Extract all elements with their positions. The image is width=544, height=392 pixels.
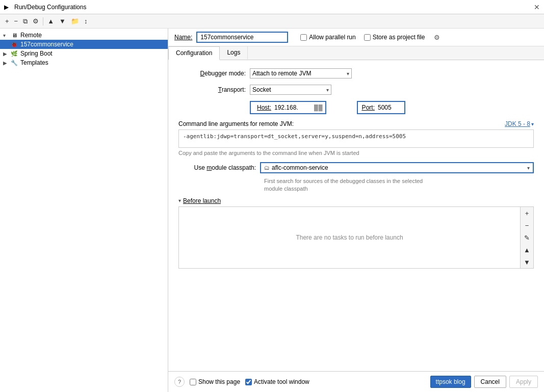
title-bar: ▶ Run/Debug Configurations ✕ — [0, 0, 544, 14]
spring-icon: 🌿 — [10, 50, 18, 57]
name-label: Name: — [174, 34, 192, 41]
debugger-mode-control: Attach to remote JVM ▾ — [250, 68, 352, 79]
host-label: Host: — [253, 104, 273, 111]
before-launch-header: ▾ Before launch — [178, 197, 534, 204]
dropdown-arrow-debugger: ▾ — [347, 71, 349, 76]
transport-dropdown[interactable]: Socket ▾ — [250, 85, 331, 95]
config-content: Debugger mode: Attach to remote JVM ▾ Tr… — [168, 60, 544, 371]
activate-tool-window-checkbox[interactable] — [245, 379, 252, 385]
module-classpath-label: Use module classpath: — [178, 164, 260, 171]
settings-config-button[interactable]: ⚙ — [31, 16, 41, 26]
right-panel: Name: Allow parallel run Store as projec… — [168, 29, 544, 392]
app-icon: ▶ — [4, 4, 11, 11]
host-input[interactable] — [273, 103, 314, 112]
module-classpath-dropdown[interactable]: 🗂 aflc-common-service ▾ — [260, 162, 534, 173]
computer-icon: 🖥 — [10, 32, 18, 39]
tree-arrow-spring: ▶ — [3, 51, 10, 57]
tabs: Configuration Logs — [168, 46, 544, 60]
help-button[interactable]: ? — [174, 377, 185, 387]
tree-item-remote[interactable]: ▾ 🖥 Remote — [0, 31, 168, 40]
name-input[interactable] — [196, 32, 288, 43]
tree-arrow-remote: ▾ — [3, 33, 10, 38]
jdk-label[interactable]: JDK 5 - 8 — [505, 120, 530, 127]
before-launch-add-button[interactable]: + — [522, 208, 533, 219]
remove-config-button[interactable]: − — [12, 16, 20, 26]
toolbar: + − ⧉ ⚙ ▲ ▼ 📁 ↕ — [0, 14, 544, 29]
module-icon: 🗂 — [264, 165, 270, 171]
tree-arrow-templates: ▶ — [3, 60, 10, 66]
close-icon[interactable]: ✕ — [534, 3, 540, 11]
show-page-checkbox[interactable] — [190, 379, 196, 385]
tab-configuration[interactable]: Configuration — [168, 46, 220, 60]
before-launch-empty: There are no tasks to run before launch — [179, 207, 520, 268]
before-launch-up-button[interactable]: ▲ — [522, 245, 533, 256]
arrow-up-button[interactable]: ▲ — [45, 16, 56, 26]
name-bar: Name: Allow parallel run Store as projec… — [168, 29, 544, 46]
bottom-left: ? Show this page Activate tool window — [174, 377, 309, 387]
before-launch-section: ▾ Before launch There are no tasks to ru… — [178, 197, 534, 269]
cmd-label: Command line arguments for remote JVM: — [178, 120, 294, 127]
store-project-checkbox[interactable] — [364, 34, 371, 41]
module-classpath-row: Use module classpath: 🗂 aflc-common-serv… — [178, 162, 534, 173]
tab-logs[interactable]: Logs — [220, 46, 248, 60]
sort-button[interactable]: ↕ — [82, 16, 90, 26]
before-launch-arrow-icon[interactable]: ▾ — [178, 198, 181, 203]
ok-button[interactable]: ttpsok blog — [430, 376, 471, 388]
bottom-right: ttpsok blog Cancel Apply — [430, 376, 538, 388]
tree-item-157commonservice[interactable]: 🐞 157commonservice — [0, 40, 168, 49]
host-port-row: Host: ██ Port: — [178, 101, 534, 114]
jdk-arrow-icon[interactable]: ▾ — [531, 121, 534, 127]
apply-button[interactable]: Apply — [509, 376, 538, 388]
tree-label-157: 157commonservice — [20, 41, 73, 48]
before-launch-panel: There are no tasks to run before launch … — [178, 206, 534, 269]
tree-label-remote: Remote — [20, 32, 42, 39]
add-config-button[interactable]: + — [3, 16, 11, 26]
before-launch-sidebar: + − ✎ ▲ ▼ — [520, 207, 533, 268]
cmd-hint: Copy and paste the arguments to the comm… — [178, 150, 534, 156]
debugger-mode-dropdown[interactable]: Attach to remote JVM ▾ — [250, 68, 352, 79]
before-launch-label: Before launch — [183, 197, 221, 204]
bottom-bar: ? Show this page Activate tool window tt… — [168, 371, 544, 392]
host-section: Host: ██ — [250, 101, 326, 114]
host-mask: ██ — [314, 104, 323, 111]
tree-item-springboot[interactable]: ▶ 🌿 Spring Boot — [0, 49, 168, 58]
title-bar-left: ▶ Run/Debug Configurations — [4, 4, 86, 11]
tree-item-templates[interactable]: ▶ 🔧 Templates — [0, 58, 168, 67]
allow-parallel-checkbox[interactable] — [300, 34, 307, 41]
debugger-mode-label: Debugger mode: — [178, 70, 250, 77]
cancel-button[interactable]: Cancel — [474, 376, 506, 388]
main-layout: ▾ 🖥 Remote 🐞 157commonservice ▶ 🌿 Spring… — [0, 29, 544, 392]
dropdown-arrow-transport: ▾ — [326, 87, 329, 93]
title-text: Run/Debug Configurations — [14, 4, 86, 11]
activate-tool-window-check[interactable]: Activate tool window — [245, 378, 309, 385]
arrow-down-button[interactable]: ▼ — [57, 16, 68, 26]
copy-config-button[interactable]: ⧉ — [21, 16, 30, 27]
wrench-icon: 🔧 — [10, 59, 18, 66]
allow-parallel-label[interactable]: Allow parallel run — [300, 34, 355, 41]
tree-arrow-157 — [3, 42, 10, 47]
tree-label-spring: Spring Boot — [20, 50, 53, 57]
show-page-check[interactable]: Show this page — [190, 378, 240, 385]
before-launch-remove-button[interactable]: − — [522, 220, 533, 231]
name-options: Allow parallel run Store as project file… — [300, 34, 440, 41]
port-label: Port: — [360, 104, 377, 111]
tree-label-templates: Templates — [20, 59, 48, 66]
gear-icon[interactable]: ⚙ — [434, 34, 440, 41]
transport-control: Socket ▾ — [250, 85, 331, 95]
store-project-label[interactable]: Store as project file — [364, 34, 425, 41]
port-section: Port: — [357, 101, 405, 114]
port-input[interactable] — [377, 103, 402, 112]
cmd-header: Command line arguments for remote JVM: J… — [178, 120, 534, 127]
transport-row: Transport: Socket ▾ — [178, 85, 534, 95]
folder-button[interactable]: 📁 — [69, 16, 81, 26]
module-classpath-hint: First search for sources of the debugged… — [264, 177, 534, 193]
debugger-mode-row: Debugger mode: Attach to remote JVM ▾ — [178, 68, 534, 79]
cmd-section: Command line arguments for remote JVM: J… — [178, 120, 534, 156]
left-panel: ▾ 🖥 Remote 🐞 157commonservice ▶ 🌿 Spring… — [0, 29, 168, 392]
before-launch-edit-button[interactable]: ✎ — [522, 232, 533, 244]
module-dropdown-arrow: ▾ — [527, 165, 530, 171]
cmd-box: -agentlib:jdwp=transport=dt_socket,serve… — [178, 129, 534, 148]
toolbar-separator — [43, 17, 43, 25]
debug-icon: 🐞 — [10, 41, 18, 48]
before-launch-down-button[interactable]: ▼ — [522, 257, 533, 268]
